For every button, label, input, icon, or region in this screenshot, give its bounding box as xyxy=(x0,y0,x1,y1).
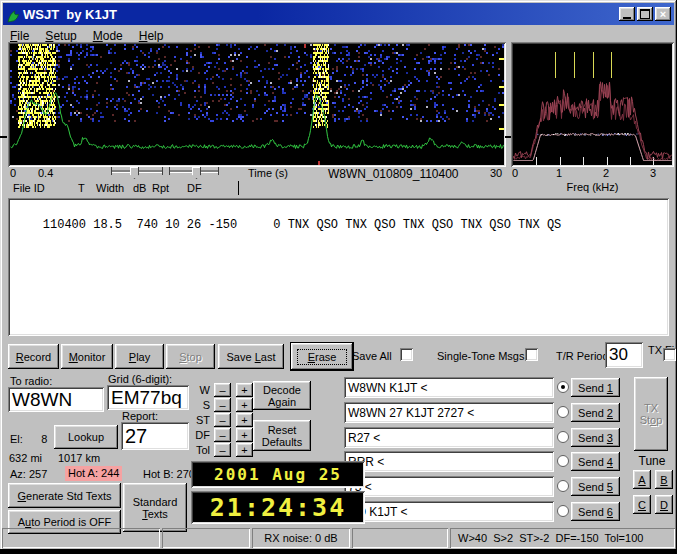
message-6-radio[interactable] xyxy=(557,505,569,517)
tol-minus-button[interactable]: – xyxy=(214,443,231,457)
to-radio-input[interactable]: W8WN xyxy=(8,387,104,412)
hot-a-label: Hot A: 244 xyxy=(65,466,122,481)
send-4-button[interactable]: Send 4 xyxy=(571,452,620,471)
stepper-tol-label: Tol xyxy=(188,444,210,457)
message-2-radio[interactable] xyxy=(557,406,569,418)
minimize-button[interactable] xyxy=(619,7,635,21)
stepper-st-label: ST xyxy=(192,414,210,427)
menu-file[interactable]: File xyxy=(10,29,29,43)
reset-defaults-button[interactable]: ResetDefaults xyxy=(253,420,311,451)
wsjt-window: WSJT by K1JT × File Setup Mode Help 0 0.… xyxy=(0,0,677,554)
w-plus-button[interactable]: + xyxy=(236,383,253,397)
col-rpt: Rpt xyxy=(152,182,169,195)
send-1-button[interactable]: Send 1 xyxy=(571,378,620,397)
stop-button: Stop xyxy=(166,344,215,369)
waterfall-display[interactable] xyxy=(10,44,504,165)
message-3-radio[interactable] xyxy=(557,431,569,443)
menu-setup[interactable]: Setup xyxy=(45,29,76,43)
single-tone-checkbox[interactable] xyxy=(525,348,538,361)
app-icon xyxy=(6,9,22,25)
send-2-button[interactable]: Send 2 xyxy=(571,403,620,422)
close-button[interactable]: × xyxy=(655,7,671,21)
message-3-input[interactable]: R27 < xyxy=(344,427,554,448)
distance-km-label: 1017 km xyxy=(58,452,100,465)
col-t: T xyxy=(78,182,85,195)
message-4-input[interactable]: RRR < xyxy=(344,451,554,472)
spectrum-left-tick xyxy=(505,136,511,138)
contrast-slider[interactable] xyxy=(169,166,219,181)
tune-c-button[interactable]: C xyxy=(633,495,651,514)
waterfall-panel xyxy=(8,42,506,167)
freq-tick-1: 1 xyxy=(556,167,562,180)
s-plus-button[interactable]: + xyxy=(236,398,253,412)
message-4-radio[interactable] xyxy=(557,455,569,467)
brightness-slider-thumb[interactable] xyxy=(130,167,139,179)
message-5-input[interactable]: 73 < xyxy=(344,476,554,497)
status-panel-rx-noise: RX noise: 0 dB xyxy=(252,528,350,548)
text-cursor xyxy=(238,181,239,195)
message-1-radio[interactable] xyxy=(557,381,569,393)
st-minus-button[interactable]: – xyxy=(214,413,231,427)
tune-a-button[interactable]: A xyxy=(633,470,651,489)
tune-b-button[interactable]: B xyxy=(655,470,673,489)
message-5-radio[interactable] xyxy=(557,480,569,492)
standard-texts-button[interactable]: StandardTexts xyxy=(123,483,187,532)
tune-d-button[interactable]: D xyxy=(655,495,673,514)
brightness-slider[interactable] xyxy=(111,166,163,181)
window-title: WSJT by K1JT xyxy=(23,7,117,22)
status-panel-1 xyxy=(2,528,160,548)
send-3-button[interactable]: Send 3 xyxy=(571,428,620,447)
send-6-button[interactable]: Send 6 xyxy=(571,502,620,521)
decoded-line: 110400 18.5 740 10 26 -150 0 TNX QSO TNX… xyxy=(43,218,561,232)
record-button[interactable]: Record xyxy=(8,344,59,369)
monitor-button[interactable]: Monitor xyxy=(61,344,113,369)
menu-help[interactable]: Help xyxy=(139,29,164,43)
save-last-button[interactable]: Save Last xyxy=(218,344,284,369)
decode-again-button[interactable]: DecodeAgain xyxy=(253,381,311,410)
maximize-button[interactable] xyxy=(637,7,653,21)
waterfall-left-tick xyxy=(0,136,7,138)
close-icon: × xyxy=(660,9,666,20)
status-panel-4 xyxy=(352,528,448,548)
report-input[interactable]: 27 xyxy=(121,422,189,450)
w-minus-button[interactable]: – xyxy=(214,383,231,397)
erase-button[interactable]: Erase xyxy=(291,343,353,370)
send-5-button[interactable]: Send 5 xyxy=(571,477,620,496)
status-panel-params: W>40 S>2 ST>-2 DF=-150 Tol=100 xyxy=(450,528,675,548)
col-df: DF xyxy=(187,182,202,195)
stepper-w-label: W xyxy=(192,384,210,397)
tr-period-label: T/R Period xyxy=(556,350,609,363)
df-minus-button[interactable]: – xyxy=(214,428,231,442)
tol-plus-button[interactable]: + xyxy=(236,443,253,457)
message-1-input[interactable]: W8WN K1JT < xyxy=(344,377,554,398)
maximize-icon xyxy=(640,9,650,19)
st-plus-button[interactable]: + xyxy=(236,413,253,427)
waterfall-tick-0: 0 xyxy=(10,167,16,180)
tx-stop-button: TXStop xyxy=(634,377,668,451)
decoded-text-area[interactable]: 110400 18.5 740 10 26 -150 0 TNX QSO TNX… xyxy=(8,198,669,336)
spectrum-display xyxy=(513,44,672,165)
hot-b-label: Hot B: 270 xyxy=(143,468,195,481)
col-db: dB xyxy=(133,182,146,195)
col-width: Width xyxy=(96,182,124,195)
waterfall-tick-04: 0.4 xyxy=(38,167,53,180)
tr-period-input[interactable]: 30 xyxy=(605,342,643,368)
grid-input[interactable]: EM77bq xyxy=(107,385,189,410)
message-6-input[interactable]: CQ K1JT < xyxy=(344,501,554,522)
freq-axis-label: Freq (kHz) xyxy=(540,181,645,194)
s-minus-button[interactable]: – xyxy=(214,398,231,412)
lookup-button[interactable]: Lookup xyxy=(54,425,118,449)
date-display: 2001 Aug 25 xyxy=(191,461,365,488)
tx-first-checkbox[interactable] xyxy=(663,348,676,361)
df-plus-button[interactable]: + xyxy=(236,428,253,442)
save-all-checkbox[interactable] xyxy=(400,348,413,361)
generate-std-texts-button[interactable]: Generate Std Texts xyxy=(8,483,121,508)
col-file-id: File ID xyxy=(13,182,45,195)
tune-label: Tune xyxy=(634,455,670,468)
message-2-input[interactable]: W8WN 27 K1JT 2727 < xyxy=(344,402,554,423)
play-button[interactable]: Play xyxy=(115,344,164,369)
menu-mode[interactable]: Mode xyxy=(93,29,123,43)
contrast-slider-thumb[interactable] xyxy=(192,167,201,179)
title-bar[interactable]: WSJT by K1JT × xyxy=(3,3,674,25)
azimuth-label: Az: 257 xyxy=(10,468,47,481)
